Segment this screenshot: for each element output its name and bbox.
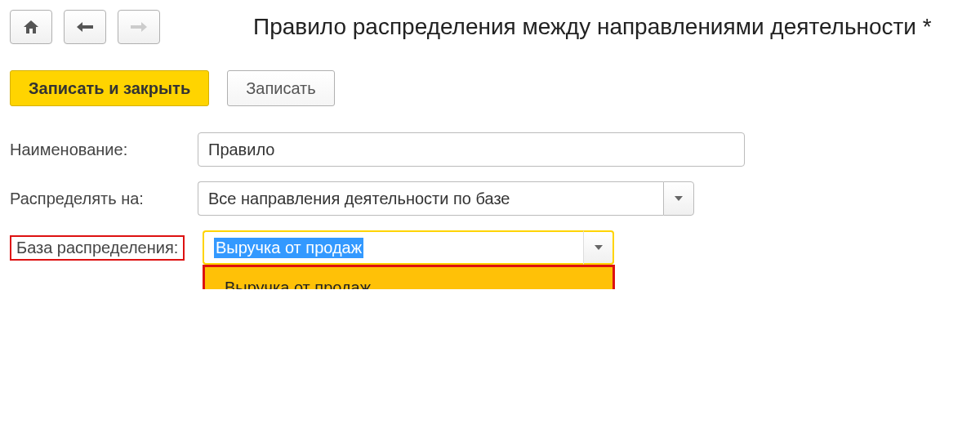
base-dropdown-button[interactable]	[583, 230, 614, 265]
dropdown-option[interactable]: Выручка от продаж	[205, 267, 612, 289]
save-button[interactable]: Записать	[227, 70, 334, 106]
arrow-right-icon	[129, 21, 149, 33]
base-select[interactable]: Выручка от продаж Выручка от продаж Себе…	[203, 230, 614, 265]
page-title: Правило распределения между направлениям…	[253, 14, 932, 40]
chevron-down-icon	[595, 245, 603, 250]
base-dropdown-list: Выручка от продаж Себестоимость продаж В…	[203, 265, 615, 289]
distribute-select[interactable]: Все направления деятельности по базе	[198, 181, 694, 216]
name-input[interactable]	[198, 132, 745, 167]
distribute-dropdown-button[interactable]	[663, 181, 694, 216]
arrow-left-icon	[75, 21, 95, 33]
home-icon	[22, 19, 40, 35]
base-value-text: Выручка от продаж	[214, 238, 363, 258]
distribute-label: Распределять на:	[10, 190, 198, 208]
save-and-close-button[interactable]: Записать и закрыть	[10, 70, 209, 106]
base-label-wrap: База распределения:	[10, 235, 203, 261]
name-label: Наименование:	[10, 141, 198, 159]
home-button[interactable]	[10, 10, 52, 44]
forward-button[interactable]	[118, 10, 160, 44]
chevron-down-icon	[675, 196, 683, 201]
back-button[interactable]	[64, 10, 106, 44]
distribute-value: Все направления деятельности по базе	[198, 181, 663, 216]
base-value: Выручка от продаж	[203, 230, 583, 265]
base-label: База распределения:	[10, 235, 185, 261]
